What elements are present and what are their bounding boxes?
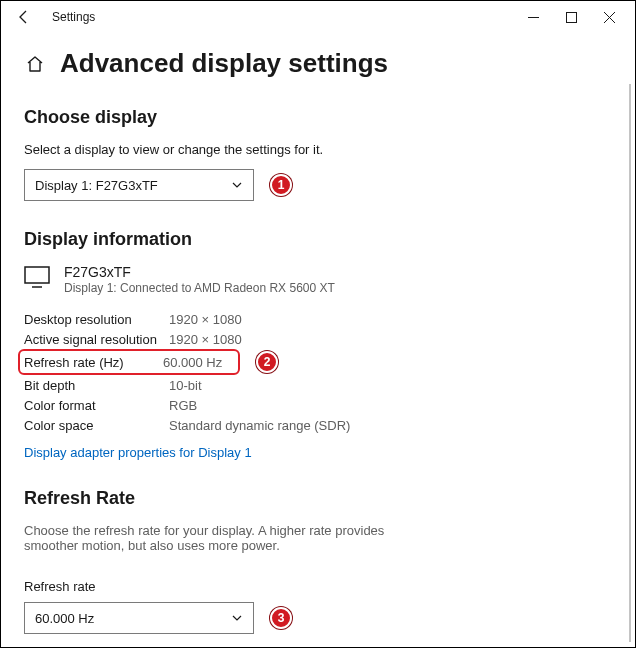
info-row-bit-depth: Bit depth 10-bit (24, 375, 612, 395)
info-value: 1920 × 1080 (169, 332, 242, 347)
refresh-rate-select-value: 60.000 Hz (35, 611, 94, 626)
info-value: 60.000 Hz (163, 355, 222, 370)
choose-display-desc: Select a display to view or change the s… (24, 142, 612, 157)
svg-rect-1 (25, 267, 49, 283)
back-button[interactable] (12, 5, 36, 29)
refresh-rate-select[interactable]: 60.000 Hz (24, 602, 254, 634)
info-value: RGB (169, 398, 197, 413)
maximize-button[interactable] (552, 5, 590, 29)
chevron-down-icon (231, 179, 243, 191)
info-key: Color space (24, 418, 169, 433)
page-title: Advanced display settings (60, 48, 388, 79)
info-value: 1920 × 1080 (169, 312, 242, 327)
info-key: Refresh rate (Hz) (24, 355, 163, 370)
chevron-down-icon (231, 612, 243, 624)
monitor-sub: Display 1: Connected to AMD Radeon RX 56… (64, 281, 335, 295)
annotation-badge-2: 2 (256, 351, 278, 373)
annotation-badge-1: 1 (270, 174, 292, 196)
annotation-badge-3: 3 (270, 607, 292, 629)
window-title: Settings (52, 10, 95, 24)
refresh-rate-label: Refresh rate (24, 579, 612, 594)
info-key: Desktop resolution (24, 312, 169, 327)
info-row-color-format: Color format RGB (24, 395, 612, 415)
minimize-button[interactable] (514, 5, 552, 29)
scrollbar[interactable] (629, 84, 631, 642)
adapter-properties-link[interactable]: Display adapter properties for Display 1 (24, 445, 252, 460)
choose-display-heading: Choose display (24, 107, 612, 128)
refresh-rate-desc: Choose the refresh rate for your display… (24, 523, 424, 553)
info-row-active-res: Active signal resolution 1920 × 1080 (24, 329, 612, 349)
info-row-desktop-res: Desktop resolution 1920 × 1080 (24, 309, 612, 329)
close-button[interactable] (590, 5, 628, 29)
info-value: 10-bit (169, 378, 202, 393)
home-icon[interactable] (24, 53, 46, 75)
info-key: Bit depth (24, 378, 169, 393)
refresh-rate-highlight: Refresh rate (Hz) 60.000 Hz (18, 349, 240, 375)
display-information-heading: Display information (24, 229, 612, 250)
info-key: Color format (24, 398, 169, 413)
info-key: Active signal resolution (24, 332, 169, 347)
monitor-icon (24, 264, 50, 291)
svg-rect-0 (566, 12, 576, 22)
info-value: Standard dynamic range (SDR) (169, 418, 350, 433)
refresh-rate-heading: Refresh Rate (24, 488, 612, 509)
display-select-value: Display 1: F27G3xTF (35, 178, 158, 193)
display-select[interactable]: Display 1: F27G3xTF (24, 169, 254, 201)
info-row-color-space: Color space Standard dynamic range (SDR) (24, 415, 612, 435)
monitor-name: F27G3xTF (64, 264, 335, 280)
